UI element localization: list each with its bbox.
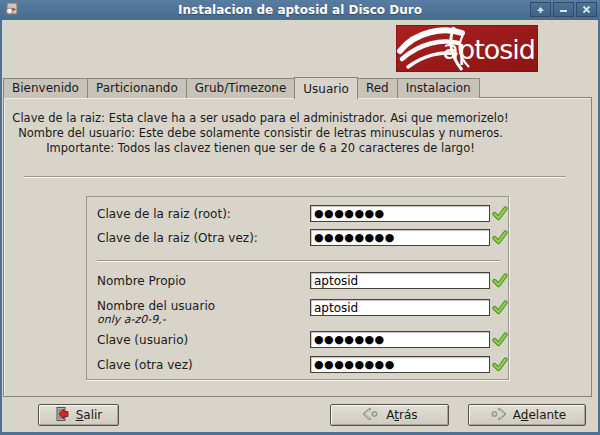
forward-button[interactable]: Adelante	[468, 404, 586, 426]
root-password-label: Clave de la raiz (root):	[97, 207, 231, 221]
real-name-input[interactable]	[310, 272, 490, 289]
info-line: Nombre del usuario: Este debe solamente …	[8, 126, 513, 141]
username-label: Nombre del usuario only a-z0-9,-	[97, 299, 215, 326]
tab-instalacion[interactable]: Instalacion	[397, 78, 480, 98]
back-button[interactable]: Atrás	[330, 404, 449, 426]
back-arrow-icon	[361, 407, 381, 424]
tab-bar: Bienvenido Particionando Grub/Timezone U…	[3, 77, 479, 98]
user-password-repeat-input[interactable]	[310, 356, 490, 373]
tab-bienvenido[interactable]: Bienvenido	[3, 78, 88, 98]
quit-button[interactable]: Salir	[38, 404, 119, 426]
exit-icon	[55, 406, 71, 425]
valid-check-icon	[492, 331, 508, 347]
client-area: aptosid Bienvenido Particionando Grub/Ti…	[2, 20, 598, 432]
logo-text: aptosid	[443, 34, 536, 65]
valid-check-icon	[492, 272, 508, 288]
separator	[97, 260, 500, 262]
forward-button-label: Adelante	[513, 408, 566, 422]
forward-arrow-icon	[488, 407, 508, 424]
user-password-repeat-label: Clave (otra vez)	[97, 358, 193, 372]
tab-usuario[interactable]: Usuario	[294, 77, 358, 99]
root-password-input[interactable]	[310, 205, 490, 222]
titlebar: Instalacion de aptosid al Disco Duro	[0, 0, 600, 20]
valid-check-icon	[492, 356, 508, 372]
username-hint: only a-z0-9,-	[97, 313, 215, 326]
close-icon[interactable]	[576, 2, 597, 17]
info-text: Clave de la raiz: Esta clave ha a ser us…	[8, 111, 513, 156]
tab-particionando[interactable]: Particionando	[87, 78, 187, 98]
root-password-repeat-label: Clave de la raiz (Otra vez):	[97, 231, 258, 245]
quit-button-label: Salir	[76, 408, 103, 422]
valid-check-icon	[492, 229, 508, 245]
valid-check-icon	[492, 299, 508, 315]
tab-panel-usuario: Clave de la raiz: Esta clave ha a ser us…	[3, 97, 592, 397]
username-input[interactable]	[310, 299, 490, 316]
shade-icon[interactable]	[530, 2, 551, 17]
separator	[24, 176, 566, 178]
info-line: Importante: Todos las clavez tienen que …	[8, 141, 513, 156]
user-password-input[interactable]	[310, 331, 490, 348]
window-title: Instalacion de aptosid al Disco Duro	[0, 3, 600, 17]
back-button-label: Atrás	[386, 408, 417, 422]
tab-grub-timezone[interactable]: Grub/Timezone	[186, 78, 296, 98]
real-name-label: Nombre Propio	[97, 274, 186, 288]
tab-red[interactable]: Red	[357, 78, 398, 98]
app-icon	[4, 2, 19, 17]
user-form: Clave de la raiz (root): Clave de la rai…	[86, 196, 509, 380]
root-password-repeat-input[interactable]	[310, 229, 490, 246]
info-line: Clave de la raiz: Esta clave ha a ser us…	[8, 111, 513, 126]
aptosid-logo: aptosid	[396, 25, 538, 72]
username-label-text: Nombre del usuario	[97, 299, 215, 313]
window-controls	[530, 2, 597, 17]
valid-check-icon	[492, 205, 508, 221]
minimize-icon[interactable]	[553, 2, 574, 17]
user-password-label: Clave (usuario)	[97, 333, 188, 347]
installer-window: Instalacion de aptosid al Disco Duro	[0, 0, 600, 435]
